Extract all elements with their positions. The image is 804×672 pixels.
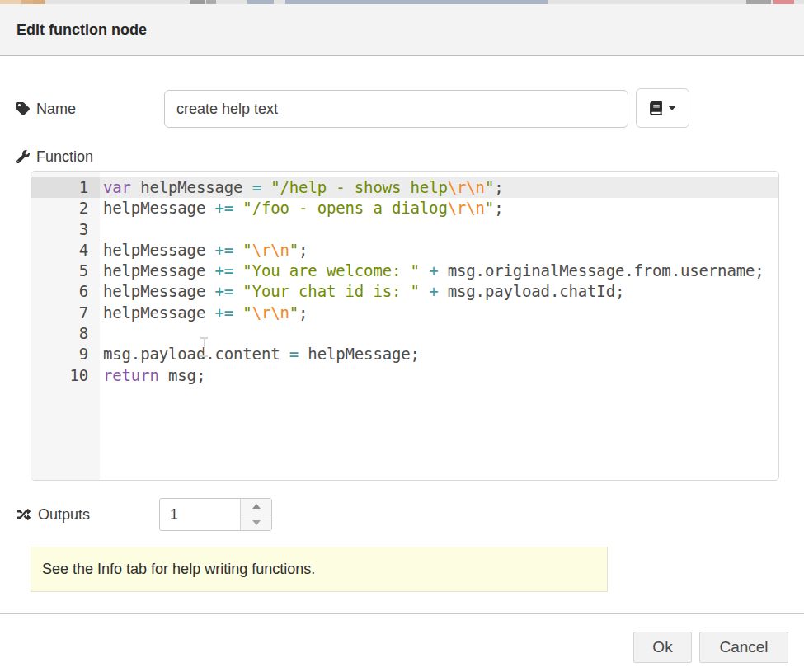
code-text: return msg; bbox=[100, 365, 205, 386]
code-text: var helpMessage = "/help - shows help\r\… bbox=[100, 177, 503, 198]
mouse-cursor-ibeam bbox=[199, 337, 209, 357]
outputs-spinner: 1 bbox=[159, 498, 272, 531]
dialog-title: Edit function node bbox=[16, 21, 147, 39]
code-text: helpMessage += "Your chat id is: " + msg… bbox=[100, 281, 624, 302]
line-number: 4 bbox=[31, 240, 100, 261]
code-line[interactable]: 1var helpMessage = "/help - shows help\r… bbox=[31, 177, 778, 198]
line-number: 5 bbox=[31, 261, 100, 281]
code-text: helpMessage += "\r\n"; bbox=[100, 240, 308, 261]
spinner-up-button[interactable] bbox=[241, 499, 271, 515]
outputs-value[interactable]: 1 bbox=[170, 499, 178, 530]
code-text: msg.payload.content = helpMessage; bbox=[100, 344, 420, 364]
caret-down-icon bbox=[668, 106, 676, 110]
spinner-buttons bbox=[240, 499, 271, 530]
code-line[interactable]: 5helpMessage += "You are welcome: " + ms… bbox=[31, 261, 778, 281]
code-text: helpMessage += "/foo - opens a dialog\r\… bbox=[100, 198, 503, 219]
info-message-text: See the Info tab for help writing functi… bbox=[42, 561, 315, 578]
cancel-button[interactable]: Cancel bbox=[699, 632, 788, 663]
info-message-box: See the Info tab for help writing functi… bbox=[31, 547, 608, 592]
name-label-text: Name bbox=[36, 101, 76, 118]
wrench-icon bbox=[16, 150, 30, 163]
function-label: Function bbox=[16, 144, 93, 169]
line-number: 7 bbox=[31, 303, 100, 323]
library-button[interactable] bbox=[636, 88, 689, 128]
edit-function-dialog: Edit function node Name Function 1var he… bbox=[0, 4, 804, 672]
line-number: 9 bbox=[31, 344, 100, 364]
code-line[interactable]: 8 bbox=[31, 323, 778, 344]
code-line[interactable]: 6helpMessage += "Your chat id is: " + ms… bbox=[31, 281, 778, 302]
code-text bbox=[100, 219, 103, 240]
chevron-down-icon bbox=[252, 520, 261, 525]
book-icon bbox=[650, 101, 662, 115]
code-line[interactable]: 3 bbox=[31, 219, 778, 240]
code-text bbox=[100, 323, 103, 344]
ok-button[interactable]: Ok bbox=[633, 632, 692, 663]
tag-icon bbox=[16, 102, 30, 115]
line-number: 8 bbox=[31, 323, 100, 344]
code-line[interactable]: 7helpMessage += "\r\n"; bbox=[31, 303, 778, 323]
line-number: 2 bbox=[31, 198, 100, 219]
code-text: helpMessage += "\r\n"; bbox=[100, 303, 308, 323]
editor-rows: 1var helpMessage = "/help - shows help\r… bbox=[31, 177, 778, 386]
outputs-label: Outputs bbox=[16, 498, 90, 531]
function-label-text: Function bbox=[36, 148, 93, 166]
spinner-down-button[interactable] bbox=[241, 515, 271, 531]
chevron-up-icon bbox=[252, 504, 261, 509]
code-text: helpMessage += "You are welcome: " + msg… bbox=[100, 261, 764, 281]
line-number: 10 bbox=[31, 365, 100, 386]
line-number: 3 bbox=[31, 219, 100, 240]
dialog-footer: Ok Cancel bbox=[0, 613, 804, 672]
line-number: 6 bbox=[31, 281, 100, 302]
shuffle-icon bbox=[16, 508, 31, 521]
line-number: 1 bbox=[31, 177, 100, 198]
code-line[interactable]: 9msg.payload.content = helpMessage; bbox=[31, 344, 778, 364]
outputs-label-text: Outputs bbox=[38, 506, 90, 524]
function-code-editor[interactable]: 1var helpMessage = "/help - shows help\r… bbox=[31, 171, 779, 481]
code-line[interactable]: 4helpMessage += "\r\n"; bbox=[31, 240, 778, 261]
name-input[interactable] bbox=[164, 90, 628, 128]
code-line[interactable]: 2helpMessage += "/foo - opens a dialog\r… bbox=[31, 198, 778, 219]
name-label: Name bbox=[16, 90, 76, 128]
code-line[interactable]: 10return msg; bbox=[31, 365, 778, 386]
dialog-header: Edit function node bbox=[0, 4, 804, 56]
